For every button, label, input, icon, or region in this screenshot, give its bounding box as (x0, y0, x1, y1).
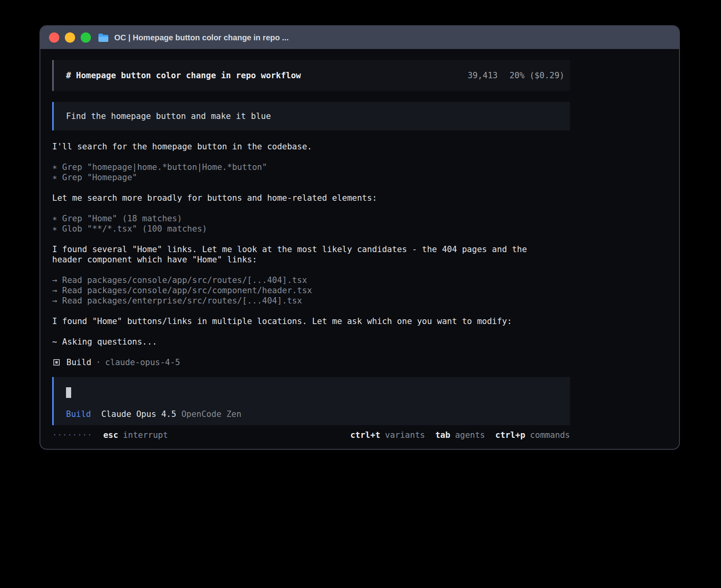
tool-call-line: → Read packages/console/app/src/componen… (52, 285, 570, 296)
tool-call-line: → Read packages/enterprise/src/routes/[.… (52, 296, 570, 306)
text-cursor (66, 387, 71, 398)
blank-line (52, 265, 570, 275)
shortcut-key: tab (435, 430, 450, 440)
user-message: Find the homepage button and make it blu… (52, 102, 570, 130)
status-bar: ········ esc interrupt ctrl+tvariantstab… (52, 430, 570, 440)
blank-line (52, 306, 570, 316)
shortcut-label: variants (385, 430, 425, 440)
agent-name: Build (66, 357, 91, 368)
terminal-window: OC | Homepage button color change in rep… (40, 25, 680, 450)
shortcut-key: ctrl+t (350, 430, 380, 440)
blank-line (52, 183, 570, 193)
assistant-text-line: I found several "Home" links. Let me loo… (52, 244, 570, 254)
shortcut-hint: tabagents (435, 430, 485, 440)
session-header: # Homepage button color change in repo w… (52, 60, 570, 91)
spinner-dots: ········ (52, 430, 92, 440)
token-count: 39,413 (468, 71, 498, 80)
shortcut-hint: ctrl+tvariants (350, 430, 425, 440)
esc-hint: esc interrupt (103, 430, 168, 440)
user-message-text: Find the homepage button and make it blu… (66, 111, 271, 121)
assistant-text-line: ~ Asking questions... (52, 337, 570, 347)
window-title: OC | Homepage button color change in rep… (114, 33, 289, 42)
agent-separator: · (96, 357, 101, 368)
tool-call-line: ∗ Grep "homepage|home.*button|Home.*butt… (52, 162, 570, 172)
minimize-window-button[interactable] (65, 32, 75, 43)
blank-line (52, 203, 570, 213)
footer-shortcuts: ctrl+tvariantstabagentsctrl+pcommands (350, 430, 570, 440)
assistant-text-line: header component which have "Home" links… (52, 254, 570, 265)
context-usage: 20% ($0.29) (510, 71, 564, 80)
esc-key: esc (103, 430, 118, 440)
input-provider: OpenCode Zen (181, 409, 242, 419)
shortcut-label: agents (455, 430, 485, 440)
input-model: Claude Opus 4.5 (101, 409, 176, 419)
zoom-window-button[interactable] (81, 32, 91, 43)
tool-call-line: ∗ Glob "**/*.tsx" (100 matches) (52, 224, 570, 234)
assistant-text-line: I found "Home" buttons/links in multiple… (52, 316, 570, 326)
agent-model: claude-opus-4-5 (105, 357, 180, 368)
blank-line (52, 234, 570, 244)
assistant-text-line: I'll search for the homepage button in t… (52, 141, 570, 152)
shortcut-key: ctrl+p (495, 430, 525, 440)
agent-status-line: Build · claude-opus-4-5 (52, 357, 570, 368)
blank-line (52, 326, 570, 337)
conversation: I'll search for the homepage button in t… (52, 141, 570, 347)
input-status-line: Build Claude Opus 4.5 OpenCode Zen (66, 409, 570, 419)
shortcut-hint: ctrl+pcommands (495, 430, 570, 440)
session-stats: 39,413 20% ($0.29) (468, 71, 570, 80)
window-titlebar[interactable]: OC | Homepage button color change in rep… (40, 26, 679, 49)
status-bar-left: ········ esc interrupt (52, 430, 168, 440)
prompt-input[interactable]: Build Claude Opus 4.5 OpenCode Zen (52, 377, 570, 425)
tool-call-line: → Read packages/console/app/src/routes/[… (52, 275, 570, 285)
folder-icon (98, 33, 109, 42)
tool-call-line: ∗ Grep "Homepage" (52, 172, 570, 183)
tool-call-line: ∗ Grep "Home" (18 matches) (52, 213, 570, 224)
agent-icon (53, 359, 60, 366)
blank-line (52, 152, 570, 162)
assistant-text-line: Let me search more broadly for buttons a… (52, 193, 570, 203)
input-mode: Build (66, 409, 91, 419)
close-window-button[interactable] (49, 32, 59, 43)
terminal-content: # Homepage button color change in repo w… (40, 49, 679, 440)
shortcut-label: commands (530, 430, 570, 440)
traffic-lights (49, 32, 91, 43)
esc-label: interrupt (123, 430, 168, 440)
session-title: # Homepage button color change in repo w… (66, 71, 301, 80)
